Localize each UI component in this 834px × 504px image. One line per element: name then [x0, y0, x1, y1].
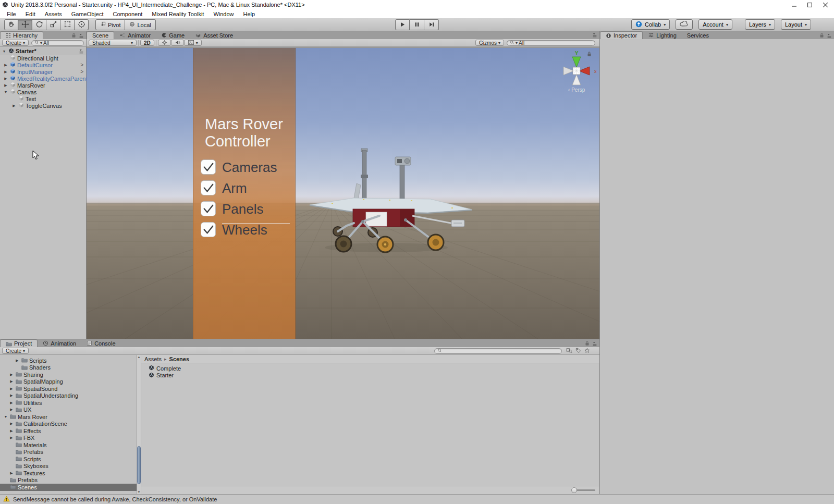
search-by-type-icon[interactable]: [566, 348, 572, 354]
project-folder-shaders[interactable]: Shaders: [0, 364, 137, 372]
file-starter[interactable]: Starter: [141, 372, 599, 379]
scene-effects-dropdown[interactable]: ▾: [184, 40, 202, 46]
project-folder-scripts[interactable]: Scripts: [0, 456, 137, 463]
search-by-label-icon[interactable]: [575, 348, 581, 354]
menu-component[interactable]: Component: [108, 11, 147, 17]
project-folder-scripts[interactable]: ▶Scripts: [0, 357, 137, 364]
lock-icon[interactable]: [71, 32, 76, 39]
minimize-button[interactable]: [786, 0, 802, 9]
rotate-tool-button[interactable]: [32, 19, 46, 30]
expand-arrow-icon[interactable]: ▶: [3, 70, 8, 74]
expand-arrow-icon[interactable]: ▶: [3, 83, 8, 88]
checkbox-checked-icon[interactable]: [200, 222, 216, 239]
hierarchy-item-directional-light[interactable]: Directional Light: [0, 55, 86, 62]
project-folder-textures[interactable]: ▶Textures: [0, 470, 137, 477]
scene-row-menu-icon[interactable]: [79, 48, 84, 54]
expand-arrow-icon[interactable]: ▶: [9, 379, 14, 384]
project-folder-sharing[interactable]: ▶Sharing: [0, 371, 137, 378]
project-folder-ux[interactable]: ▶UX: [0, 407, 137, 414]
close-button[interactable]: [817, 0, 833, 9]
viewport-lock-icon[interactable]: [587, 51, 592, 58]
checkbox-checked-icon[interactable]: [200, 159, 216, 176]
tab-hierarchy[interactable]: Hierarchy: [0, 31, 43, 39]
scene-tab-animator[interactable]: Animator: [114, 31, 156, 39]
gizmo-bottom-axis-icon[interactable]: [572, 75, 581, 85]
expand-arrow-icon[interactable]: ▶: [9, 471, 14, 475]
maximize-button[interactable]: [802, 0, 817, 9]
favorites-star-icon[interactable]: [584, 348, 590, 354]
scrollbar-thumb[interactable]: [137, 446, 141, 484]
project-folder-effects[interactable]: ▶Effects: [0, 427, 137, 435]
hierarchy-item-inputmanager[interactable]: ▶InputManager>: [0, 68, 86, 75]
shading-mode-dropdown[interactable]: Shaded▾: [89, 40, 137, 46]
project-tab-console[interactable]: Console: [81, 339, 120, 347]
project-folder-spatialmapping[interactable]: ▶SpatialMapping: [0, 378, 137, 386]
project-tab-project[interactable]: Project: [0, 339, 38, 347]
cloud-button[interactable]: [676, 19, 693, 30]
expand-arrow-icon[interactable]: ▶: [9, 436, 14, 440]
scene-lighting-toggle[interactable]: [158, 40, 171, 46]
menu-help[interactable]: Help: [239, 11, 260, 17]
project-folder-materials[interactable]: Materials: [0, 441, 137, 449]
expand-arrow-icon[interactable]: ▶: [9, 429, 14, 433]
scene-viewport[interactable]: Mars Rover Controller CamerasArmPanelsWh…: [87, 47, 599, 339]
project-folder-skyboxes[interactable]: Skyboxes: [0, 463, 137, 470]
expand-arrow-icon[interactable]: ▶: [11, 104, 17, 108]
file-complete[interactable]: Complete: [141, 365, 599, 372]
play-button[interactable]: [395, 19, 410, 30]
gizmo-x-axis-icon[interactable]: [579, 67, 590, 75]
gizmo-y-axis-icon[interactable]: [572, 57, 581, 67]
expand-arrow-icon[interactable]: ▼: [2, 50, 7, 53]
step-button[interactable]: [424, 19, 439, 30]
2d-toggle-button[interactable]: 2D: [140, 40, 154, 46]
menu-assets[interactable]: Assets: [40, 11, 67, 17]
lock-icon[interactable]: [585, 340, 590, 347]
inspector-tab-inspector[interactable]: Inspector: [600, 31, 643, 39]
toggle-cameras[interactable]: Cameras: [200, 159, 277, 176]
menu-mixed-reality-toolkit[interactable]: Mixed Reality Toolkit: [147, 11, 208, 17]
thumbnail-zoom-slider[interactable]: [572, 489, 595, 491]
checkbox-checked-icon[interactable]: [200, 201, 216, 218]
menu-window[interactable]: Window: [208, 11, 238, 17]
lock-icon[interactable]: [819, 32, 824, 39]
breadcrumb-root[interactable]: Assets: [144, 356, 162, 362]
prefab-chevron-icon[interactable]: >: [80, 69, 83, 75]
hierarchy-item-defaultcursor[interactable]: ▶DefaultCursor>: [0, 62, 86, 68]
scene-header-row-starter[interactable]: ▼ Starter*: [0, 47, 86, 55]
expand-arrow-icon[interactable]: ▶: [3, 77, 8, 81]
expand-arrow-icon[interactable]: ▶: [9, 422, 14, 426]
project-folder-spatialsound[interactable]: ▶SpatialSound: [0, 385, 137, 392]
inspector-tab-services[interactable]: Services: [682, 31, 714, 39]
expand-arrow-icon[interactable]: ▶: [9, 387, 14, 391]
account-dropdown[interactable]: Account▾: [698, 19, 732, 30]
menu-file[interactable]: File: [2, 11, 21, 17]
expand-arrow-icon[interactable]: ▼: [3, 90, 8, 94]
project-folder-prefabs[interactable]: Prefabs: [0, 449, 137, 456]
tab-menu-icon[interactable]: [79, 33, 84, 39]
expand-arrow-icon[interactable]: ▶: [3, 63, 8, 67]
project-create-button[interactable]: Create▾: [2, 348, 29, 354]
expand-arrow-icon[interactable]: ▼: [3, 415, 8, 419]
scroll-down-icon[interactable]: ▼: [137, 490, 141, 494]
hierarchy-item-marsrover[interactable]: ▶MarsRover: [0, 82, 86, 89]
scale-tool-button[interactable]: [46, 19, 60, 30]
expand-arrow-icon[interactable]: ▶: [9, 408, 14, 412]
status-bar[interactable]: SendMessage cannot be called during Awak…: [0, 494, 834, 504]
project-tree-scrollbar[interactable]: ▲ ▼: [137, 355, 141, 494]
menu-edit[interactable]: Edit: [21, 11, 40, 17]
toggle-panels[interactable]: Panels: [200, 201, 277, 217]
local-toggle-button[interactable]: Local: [125, 19, 155, 30]
project-search-input[interactable]: [434, 348, 562, 354]
project-tab-animation[interactable]: Animation: [38, 339, 81, 347]
toggle-wheels[interactable]: Wheels: [200, 222, 277, 238]
expand-arrow-icon[interactable]: ▶: [15, 359, 20, 363]
slider-knob[interactable]: [571, 487, 577, 493]
hand-tool-button[interactable]: [4, 19, 18, 30]
gizmo-left-axis-icon[interactable]: [563, 67, 574, 75]
project-folder-prefabs[interactable]: Prefabs: [0, 477, 137, 484]
inspector-tab-lighting[interactable]: Lighting: [643, 31, 682, 39]
project-folder-calibrationscene[interactable]: ▶CalibrationScene: [0, 421, 137, 428]
layers-dropdown[interactable]: Layers▾: [745, 19, 775, 30]
scroll-up-icon[interactable]: ▲: [137, 355, 141, 359]
hierarchy-item-mixedrealitycameraparent[interactable]: ▶MixedRealityCameraParent: [0, 75, 86, 82]
